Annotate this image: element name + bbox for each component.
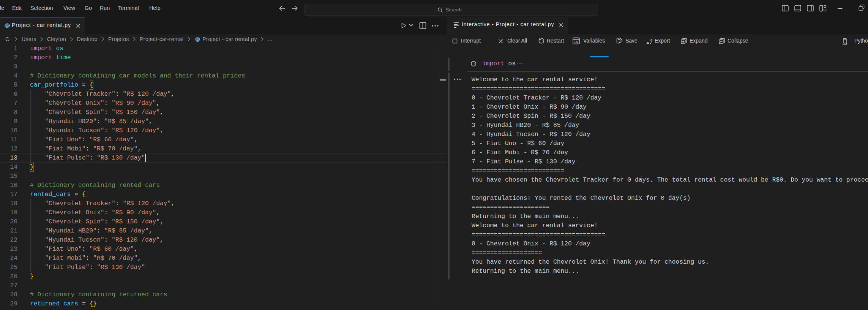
- svg-text:(x): (x): [574, 40, 578, 44]
